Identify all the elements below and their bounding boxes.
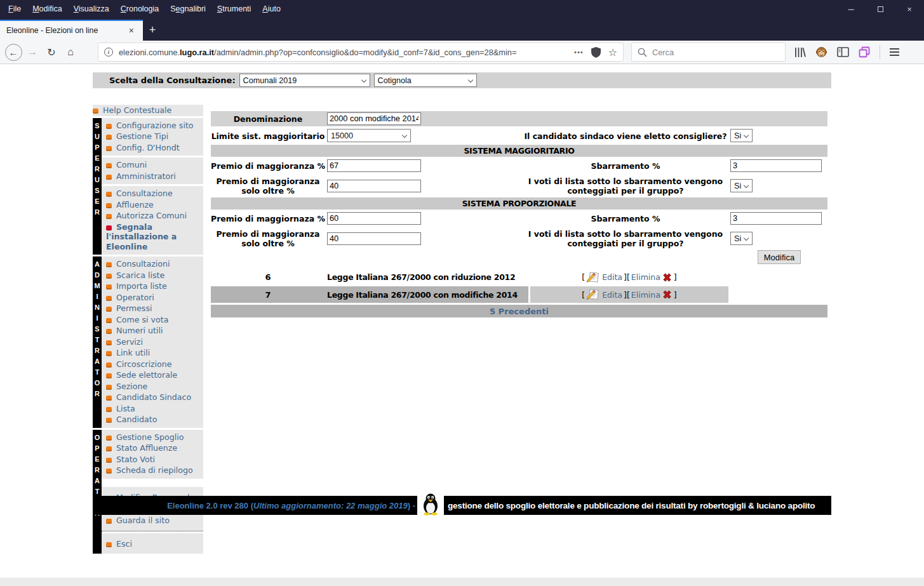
sbarramento-prop-input[interactable] xyxy=(730,212,822,225)
menu-segnalibri[interactable]: Segnalibri xyxy=(164,0,211,18)
sidebar-group: ComuniAmministratori xyxy=(102,157,203,184)
search-bar[interactable] xyxy=(631,43,786,62)
bullet-icon xyxy=(106,436,112,441)
sidebar-item-stato-affluenze[interactable]: Stato Affluenze xyxy=(106,443,202,454)
proporzionale-header: SISTEMA PROPORZIONALE xyxy=(211,197,827,210)
tab-close-icon[interactable]: × xyxy=(126,25,137,36)
premio-oltre-prop-input[interactable] xyxy=(327,232,421,245)
menu-hamburger-icon[interactable] xyxy=(890,48,899,56)
sidebar-item-amministratori[interactable]: Amministratori xyxy=(106,171,202,182)
url-bar[interactable]: i elezioni.comune.lugo.ra.it/admin/admin… xyxy=(98,43,624,62)
premio-maggiornaza-input[interactable] xyxy=(327,212,421,225)
modifica-button[interactable]: Modifica xyxy=(758,250,801,264)
sidebar-item-gestione-tipi[interactable]: Gestione Tipi xyxy=(106,131,202,142)
delete-x-icon[interactable] xyxy=(662,272,673,283)
monkey-extension-icon[interactable] xyxy=(815,46,827,58)
voti-sbarramento-select[interactable]: Si xyxy=(730,179,753,192)
sidebar-item-autorizza-comuni[interactable]: Autorizza Comuni xyxy=(106,210,202,222)
sidebar-item-scheda-di-riepilogo[interactable]: Scheda di riepilogo xyxy=(106,465,202,476)
sidebar-item-importa-liste[interactable]: Importa liste xyxy=(106,281,202,292)
candidato-select[interactable]: Si xyxy=(730,129,753,142)
sbarramento-input[interactable] xyxy=(730,159,822,172)
menu-file[interactable]: File xyxy=(3,0,27,18)
home-button[interactable]: ⌂ xyxy=(61,43,80,62)
municipality-select[interactable]: Cotignola xyxy=(374,74,477,87)
sidebar-item-servizi[interactable]: Servizi xyxy=(106,336,202,348)
sidebar-item-operatori[interactable]: Operatori xyxy=(106,292,202,303)
denominazione-input[interactable] xyxy=(327,112,421,125)
new-tab-button[interactable]: + xyxy=(143,20,162,41)
sidebar-item-comuni[interactable]: Comuni xyxy=(106,159,202,171)
sidebar-item-circoscrizione[interactable]: Circoscrizione xyxy=(106,359,202,370)
law-history-list: 6Legge Italiana 267/2000 con riduzione 2… xyxy=(211,269,827,303)
menu-modifica[interactable]: Modifica xyxy=(27,0,68,18)
edita-link[interactable]: Edita xyxy=(602,290,622,300)
bullet-icon xyxy=(106,340,112,345)
history-row-main: 6Legge Italiana 267/2000 con riduzione 2… xyxy=(211,269,528,285)
edit-icon[interactable] xyxy=(586,272,601,283)
election-select[interactable]: Comunali 2019 xyxy=(239,74,370,87)
window-close-button[interactable]: × xyxy=(895,0,924,18)
precedenti-link[interactable]: 5 Precedenti xyxy=(490,307,549,316)
elimina-link[interactable]: Elimina xyxy=(631,290,660,300)
sidebar-item-lista[interactable]: Lista xyxy=(106,403,202,415)
site-info-icon[interactable]: i xyxy=(104,48,113,57)
sidebar-item-sezione[interactable]: Sezione xyxy=(106,381,202,392)
reload-button[interactable]: ↻ xyxy=(42,43,61,62)
search-input[interactable] xyxy=(652,48,779,57)
menu-aiuto[interactable]: Aiuto xyxy=(257,0,286,18)
window-maximize-button[interactable] xyxy=(866,0,895,18)
menu-strumenti[interactable]: Strumenti xyxy=(211,0,257,18)
sidebar-item-sede-elettorale[interactable]: Sede elettorale xyxy=(106,370,202,381)
edita-link[interactable]: Edita xyxy=(602,272,622,282)
back-button[interactable]: ← xyxy=(4,43,23,62)
footer-version-close: ) - xyxy=(408,501,415,510)
sidebar-item-esci[interactable]: Esci xyxy=(106,538,202,550)
sidebar-item-consultazione[interactable]: Consultazione xyxy=(106,188,202,199)
sidebar-item-link-utili[interactable]: Link utili xyxy=(106,347,202,359)
browser-tab[interactable]: Eleonline - Elezioni on line × xyxy=(0,20,143,41)
tab-bar: Eleonline - Elezioni on line × + xyxy=(0,18,924,41)
denominazione-label: Denominazione xyxy=(211,111,325,126)
premio-oltre-input[interactable] xyxy=(327,180,421,192)
premio-maggioranza-input[interactable] xyxy=(327,159,421,172)
history-row-actions: [Edita][Elimina] xyxy=(530,286,728,303)
library-icon[interactable] xyxy=(794,47,806,58)
municipality-select-value: Cotignola xyxy=(378,76,412,85)
elimina-link[interactable]: Elimina xyxy=(631,272,660,282)
sidebar-group: Configurazione sitoGestione TipiConfig. … xyxy=(102,118,203,156)
sidebar-toggle-icon[interactable] xyxy=(837,47,849,57)
page-actions-icon[interactable]: ••• xyxy=(574,48,584,56)
delete-x-icon[interactable] xyxy=(662,290,673,300)
sidebar-item-affluenze[interactable]: Affluenze xyxy=(106,199,202,211)
sidebar-item-consultazioni[interactable]: Consultazioni xyxy=(106,258,202,270)
sidebar-item-permessi[interactable]: Permessi xyxy=(106,303,202,314)
sidebar-item-scarica-liste[interactable]: Scarica liste xyxy=(106,270,202,281)
pages-extension-icon[interactable] xyxy=(859,46,870,58)
tracking-shield-icon[interactable] xyxy=(591,47,601,58)
law-id: 6 xyxy=(211,272,325,282)
edit-icon[interactable] xyxy=(586,289,601,300)
sidebar-item-guarda-il-sito[interactable]: Guarda il sito xyxy=(106,515,202,526)
sidebar-item-segnala-l-installazione-a-eleonline[interactable]: Segnala l'installazione a Eleonline xyxy=(106,222,202,253)
bullet-icon xyxy=(106,284,112,290)
limite-select[interactable]: 15000 xyxy=(327,129,411,142)
sidebar-item-candidato[interactable]: Candidato xyxy=(106,414,202,425)
sidebar-item-help-contestuale[interactable]: Help Contestuale xyxy=(93,105,203,116)
menu-visualizza[interactable]: Visualizza xyxy=(68,0,115,18)
sidebar-item-gestione-spoglio[interactable]: Gestione Spoglio xyxy=(106,432,202,443)
bullet-icon xyxy=(106,214,112,219)
sidebar-item-come-si-vota[interactable]: Come si vota xyxy=(106,314,202,326)
bookmark-star-icon[interactable]: ☆ xyxy=(608,46,617,58)
sidebar-item-config-d-hondt[interactable]: Config. D'Hondt xyxy=(106,142,202,154)
sidebar-item-stato-voti[interactable]: Stato Voti xyxy=(106,454,202,465)
menu-cronologia[interactable]: Cronologia xyxy=(115,0,164,18)
role-letterbar-operator: OPERATOR xyxy=(93,430,102,554)
sidebar-item-configurazione-sito[interactable]: Configurazione sito xyxy=(106,120,202,131)
sidebar-item-numeri-utili[interactable]: Numeri utili xyxy=(106,325,202,336)
forward-button[interactable]: → xyxy=(23,43,42,62)
sidebar-item-candidato-sindaco[interactable]: Candidato Sindaco xyxy=(106,392,202,403)
voti-sbarramento-prop-select[interactable]: Si xyxy=(730,232,753,245)
url-text: elezioni.comune.lugo.ra.it/admin/admin.p… xyxy=(119,48,569,57)
window-minimize-button[interactable]: ─ xyxy=(836,0,866,18)
